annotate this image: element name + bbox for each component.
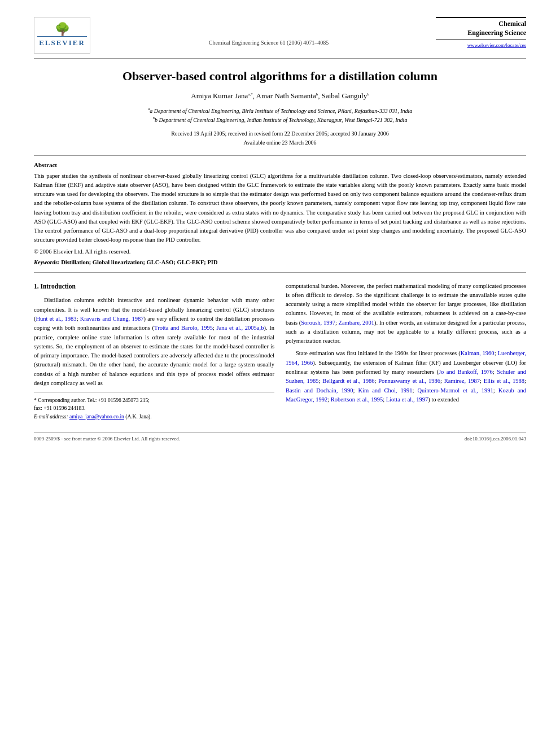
section1-heading: 1. Introduction [34,282,274,292]
abstract-body: This paper studies the synthesis of nonl… [34,172,526,245]
ref-ramirez[interactable]: Ramirez, 1987 [444,378,480,384]
keywords-line: Keywords: Distillation; Global lineariza… [34,259,526,265]
journal-name-area: Chemical Engineering Science www.elsevie… [436,17,526,48]
affiliations: aa Department of Chemical Engineering, B… [34,106,526,125]
footnote-email: E-mail address: amiya_jana@yahoo.co.in (… [34,413,274,421]
section1-para1: Distillation columns exhibit interactive… [34,296,274,388]
ref-robertson[interactable]: Robertson et al., 1995 [331,396,383,403]
ref-jana-2005[interactable]: Jana et al., 2005a,b [217,325,264,331]
ref-trotta-1995[interactable]: Trotta and Barolo, 1995 [154,325,213,331]
footnote-corresponding: * Corresponding author. Tel.: +91 01596 … [34,396,274,404]
body-columns: 1. Introduction Distillation columns exh… [34,282,526,421]
abstract-divider [34,155,526,156]
footnotes: * Corresponding author. Tel.: +91 01596 … [34,392,274,421]
elsevier-wordmark: ELSEVIER [39,38,85,47]
ref-bastin[interactable]: Bastin and Dochain, 1990 [286,387,353,394]
page-header: 🌳 ELSEVIER Chemical Engineering Science … [34,17,526,54]
bottom-bar: 0009-2509/$ - see front matter © 2006 El… [34,432,526,442]
keywords-values: Distillation; Global linearization; GLC-… [61,259,217,265]
column-left: 1. Introduction Distillation columns exh… [34,282,274,421]
ref-liotta[interactable]: Liotta et al., 1997 [386,396,428,403]
issn-text: 0009-2509/$ - see front matter © 2006 El… [34,436,180,442]
section1-para1-right: computational burden. Moreover, the perf… [286,282,526,346]
ref-soroush-1997[interactable]: Soroush, 1997 [301,320,335,326]
journal-volume-info: Chemical Engineering Science 61 (2006) 4… [209,40,329,46]
journal-info-center: Chemical Engineering Science 61 (2006) 4… [102,17,436,46]
journal-url-link[interactable]: www.elsevier.com/locate/ces [436,42,526,48]
header-rule-top [436,17,526,18]
authors-line: Amiya Kumar Janaa,*, Amar Nath Samantab,… [34,91,526,101]
ref-hunt-1983[interactable]: Hunt et al., 1983 [36,316,77,322]
ref-kim[interactable]: Kim and Choi, 1991 [358,387,412,394]
footnote-fax: fax: +91 01596 244183. [34,404,274,412]
journal-name: Chemical Engineering Science [436,20,526,37]
logo-area: 🌳 ELSEVIER [34,17,102,54]
ref-kalman-1960[interactable]: Kalman, 1960 [461,350,495,356]
abstract-heading: Abstract [34,161,526,168]
ref-jo-bankoff[interactable]: Jo and Bankoff, 1976 [439,369,493,375]
article-title: Observer-based control algorithms for a … [34,69,526,84]
ref-ellis[interactable]: Ellis et al., 1988 [484,378,524,384]
header-rule-bottom [436,40,526,40]
ref-bellgardt[interactable]: Bellgardt et al., 1986 [322,378,374,384]
page: 🌳 ELSEVIER Chemical Engineering Science … [0,0,560,747]
copyright-notice: © 2006 Elsevier Ltd. All rights reserved… [34,248,526,255]
logo-rule [37,36,87,37]
ref-quintero[interactable]: Quintero-Marmol et al., 1991 [418,387,493,394]
title-section: Observer-based control algorithms for a … [34,69,526,147]
email-link[interactable]: amiya_jana@yahoo.co.in [69,414,124,420]
abstract-section: Abstract This paper studies the synthesi… [34,161,526,265]
ref-kravaris-1987[interactable]: Kravaris and Chung, 1987 [80,316,144,322]
top-divider [34,58,526,59]
doi-text: doi:10.1016/j.ces.2006.01.043 [465,436,526,442]
ref-zambare-2001[interactable]: Zambare, 2001 [338,320,374,326]
received-dates: Received 19 April 2005; received in revi… [34,129,526,147]
section1-para2-right: State estimation was first initiated in … [286,349,526,404]
ref-ponnuswamy[interactable]: Ponnuswamy et al., 1986 [378,378,440,384]
body-divider [34,272,526,273]
elsevier-logo: 🌳 ELSEVIER [34,17,90,54]
keywords-label: Keywords: [34,259,60,265]
column-right: computational burden. Moreover, the perf… [286,282,526,421]
logo-tree-icon: 🌳 [55,23,70,36]
